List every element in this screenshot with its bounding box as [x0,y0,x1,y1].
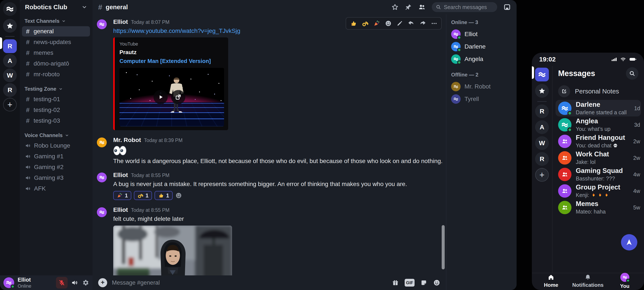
wifi-icon [620,56,626,62]
chat-row-gaming-squad[interactable]: Gaming SquadBasshunter: ??? 4w [556,166,641,183]
channel-general[interactable]: #general [22,26,90,36]
channel-domo-arigato[interactable]: #dōmo-arigatō [22,58,90,69]
message-author[interactable]: Elliot [113,18,128,25]
server-w[interactable]: W [535,136,549,150]
nav-home[interactable]: Home [538,274,564,288]
embed-channel[interactable]: Prautz [120,49,224,56]
avatar[interactable] [97,172,107,182]
server-r2[interactable]: R [535,152,549,166]
toggle-panel-button[interactable] [503,3,511,11]
youtube-link[interactable]: https://www.youtube.com/watch?v=jeg_TJvk… [113,27,446,35]
nav-you[interactable]: You [612,273,638,289]
avatar[interactable] [97,207,107,217]
voice-gaming-1[interactable]: Gaming #1 [22,151,90,161]
user-avatar[interactable] [4,277,14,288]
channel-testing-02[interactable]: #testing-02 [22,105,90,115]
gif-picker-button[interactable]: GIF [405,279,414,287]
chat-row-anglea[interactable]: AngleaYou: what’s up 3d [556,117,641,133]
search-input[interactable]: Search messages [432,2,497,12]
embed-video-title[interactable]: Computer Man [Extended Version] [120,58,224,64]
settings-gear-button[interactable] [82,279,89,286]
server-a[interactable]: A [3,54,17,68]
message-author[interactable]: Elliot [113,172,128,178]
member-darlene[interactable]: Darlene [451,42,512,52]
embed-site: YouTube [120,41,224,47]
play-button[interactable] [154,90,168,104]
nav-notifications[interactable]: Notifications [572,274,604,288]
add-server-button[interactable]: + [3,98,17,112]
video-thumbnail[interactable] [120,68,224,126]
search-icon [629,70,636,77]
revolt-home-button[interactable] [3,2,17,16]
chat-row-memes[interactable]: MemesMateo: haha 5w [556,199,641,216]
add-server-button[interactable]: + [535,168,549,182]
member-elliot[interactable]: Elliot [451,29,512,39]
server-w[interactable]: W [3,69,17,82]
channel-testing-03[interactable]: #testing-03 [22,116,90,126]
cellular-signal-icon [611,56,617,62]
category-text-channels[interactable]: Text Channels [24,18,88,24]
search-button[interactable] [626,67,638,80]
server-r[interactable]: R [535,104,549,118]
message-timestamp: Today at 8:07 PM [131,19,170,25]
group-icon [561,187,568,194]
channel-memes[interactable]: #memes [22,48,90,58]
category-testing-zone[interactable]: Testing Zone [24,86,88,92]
online-status-dot [567,111,572,116]
server-robotics-club[interactable]: R [3,39,17,53]
status-time: 19:02 [539,56,556,63]
favourites-button[interactable] [3,19,17,33]
avatar[interactable] [97,138,107,147]
favourites-button[interactable] [535,84,549,98]
pinned-messages-button[interactable] [405,3,412,11]
member-mr-robot[interactable]: Mr. Robot [451,82,512,92]
mute-button[interactable] [56,277,68,289]
server-initial: R [8,42,12,50]
reaction-thumbs-up[interactable]: 1 [154,191,172,200]
add-reaction-button[interactable] [175,192,182,199]
photo-attachment[interactable] [113,226,232,275]
gift-button[interactable] [392,279,399,286]
online-status-dot [457,60,461,64]
message-author[interactable]: Elliot [113,206,128,213]
server-header[interactable]: Robotics Club [20,0,92,14]
chat-timestamp: 1d [634,105,640,111]
open-external-button[interactable] [171,90,185,104]
new-message-fab[interactable] [621,234,637,251]
attach-file-button[interactable]: + [98,278,107,287]
wave-avatar-icon [99,174,105,180]
reaction-ok-hand[interactable]: 1 [134,191,152,200]
voice-gaming-2[interactable]: Gaming #2 [22,162,90,172]
hash-icon: # [25,96,30,103]
message-author[interactable]: Mr. Robot [113,137,141,144]
message-input[interactable]: Message #general [112,280,387,286]
channel-testing-01[interactable]: #testing-01 [22,94,90,104]
chat-row-friend-hangout[interactable]: Friend HangoutYou: dead chat 2w [556,133,641,149]
voice-robo-lounge[interactable]: Robo Lounge [22,141,90,151]
chat-row-darlene[interactable]: DarleneDarlene started a call 1d [556,100,641,117]
mobile-app: 19:02 R A W R + Messages [532,53,644,290]
chat-row-group-project[interactable]: Group ProjectKenji: 4w [556,183,641,199]
hash-icon: # [25,106,30,114]
voice-gaming-3[interactable]: Gaming #3 [22,173,90,183]
message-group: Mr. RobotToday at 8:39 PM The world is a… [92,137,446,165]
voice-afk[interactable]: AFK [22,183,90,194]
member-angela[interactable]: Angela [451,54,512,64]
avatar[interactable] [97,19,107,29]
revolt-home-button[interactable] [535,68,549,81]
server-a[interactable]: A [535,120,549,134]
scrollbar-thumb[interactable] [442,225,445,269]
member-tyrell[interactable]: Tyrell [451,94,512,104]
members-button[interactable] [418,3,426,11]
category-voice-channels[interactable]: Voice Channels [24,132,88,138]
favorite-star-button[interactable] [391,3,399,11]
emoji-picker-button[interactable] [433,279,440,286]
channel-news-updates[interactable]: #news-updates [22,37,90,47]
personal-notes-item[interactable]: Personal Notes [558,85,638,97]
chat-row-work-chat[interactable]: Work ChatJake: lol 2w [556,149,641,166]
reaction-party-popper[interactable]: 1 [113,191,131,200]
sticker-button[interactable] [420,279,428,286]
server-r2[interactable]: R [3,83,17,97]
deafen-speaker-button[interactable] [71,279,78,286]
channel-mr-roboto[interactable]: #mr-roboto [22,69,90,79]
